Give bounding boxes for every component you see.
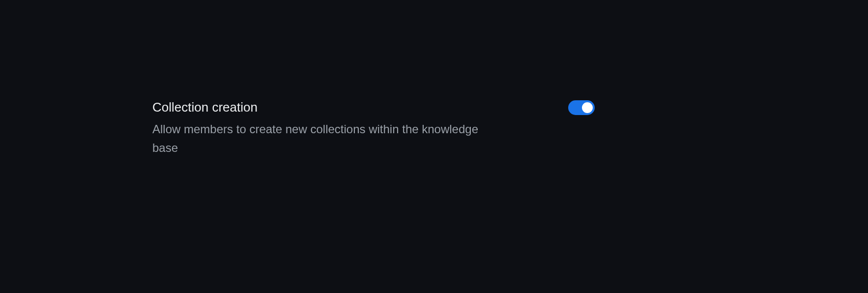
setting-title: Collection creation [152,99,487,116]
collection-creation-toggle[interactable] [568,100,595,115]
setting-description: Allow members to create new collections … [152,120,487,158]
setting-row-collection-creation: Collection creation Allow members to cre… [152,99,595,158]
setting-text-block: Collection creation Allow members to cre… [152,99,487,158]
toggle-knob [582,102,593,113]
